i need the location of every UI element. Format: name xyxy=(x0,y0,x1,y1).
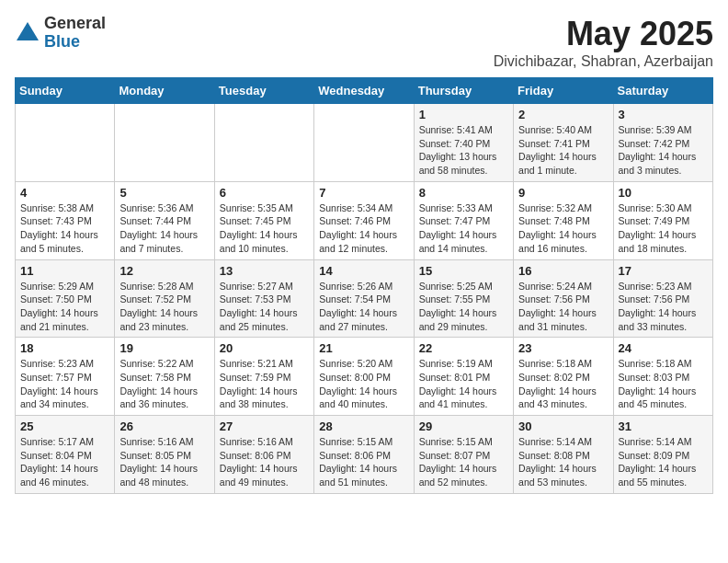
calendar-cell: 27Sunrise: 5:16 AMSunset: 8:06 PMDayligh… xyxy=(214,416,313,494)
day-number: 3 xyxy=(619,108,708,121)
day-info: Sunrise: 5:27 AMSunset: 7:53 PMDaylight:… xyxy=(220,280,309,334)
day-info: Sunrise: 5:23 AMSunset: 7:56 PMDaylight:… xyxy=(619,280,708,334)
calendar-cell: 14Sunrise: 5:26 AMSunset: 7:54 PMDayligh… xyxy=(314,259,414,338)
calendar-cell: 1Sunrise: 5:41 AMSunset: 7:40 PMDaylight… xyxy=(414,104,513,182)
day-number: 18 xyxy=(20,341,109,355)
weekday-header-monday: Monday xyxy=(115,78,214,104)
day-number: 8 xyxy=(419,186,508,200)
day-info: Sunrise: 5:35 AMSunset: 7:45 PMDaylight:… xyxy=(220,201,309,256)
weekday-header-wednesday: Wednesday xyxy=(314,78,414,104)
calendar-cell: 16Sunrise: 5:24 AMSunset: 7:56 PMDayligh… xyxy=(514,259,613,338)
calendar-cell: 29Sunrise: 5:15 AMSunset: 8:07 PMDayligh… xyxy=(414,416,513,494)
day-number: 10 xyxy=(619,186,708,200)
day-number: 9 xyxy=(518,186,608,200)
calendar-cell: 19Sunrise: 5:22 AMSunset: 7:58 PMDayligh… xyxy=(115,338,214,416)
day-number: 7 xyxy=(319,186,408,200)
day-number: 19 xyxy=(119,341,209,355)
day-info: Sunrise: 5:15 AMSunset: 8:07 PMDaylight:… xyxy=(419,435,508,489)
calendar-cell: 4Sunrise: 5:38 AMSunset: 7:43 PMDaylight… xyxy=(16,181,115,259)
calendar-week-row: 4Sunrise: 5:38 AMSunset: 7:43 PMDaylight… xyxy=(16,181,713,259)
calendar-cell: 22Sunrise: 5:19 AMSunset: 8:01 PMDayligh… xyxy=(414,338,513,416)
calendar-cell: 30Sunrise: 5:14 AMSunset: 8:08 PMDayligh… xyxy=(514,416,613,494)
day-info: Sunrise: 5:18 AMSunset: 8:02 PMDaylight:… xyxy=(518,357,608,411)
day-number: 17 xyxy=(619,264,708,278)
calendar-cell: 10Sunrise: 5:30 AMSunset: 7:49 PMDayligh… xyxy=(613,181,712,259)
day-info: Sunrise: 5:39 AMSunset: 7:42 PMDaylight:… xyxy=(619,123,708,178)
day-number: 22 xyxy=(419,341,508,355)
logo-blue-text: Blue xyxy=(44,33,106,52)
day-info: Sunrise: 5:21 AMSunset: 7:59 PMDaylight:… xyxy=(220,357,309,411)
calendar-cell: 25Sunrise: 5:17 AMSunset: 8:04 PMDayligh… xyxy=(16,416,115,494)
day-number: 25 xyxy=(20,419,109,433)
calendar-cell: 21Sunrise: 5:20 AMSunset: 8:00 PMDayligh… xyxy=(314,338,414,416)
calendar-cell xyxy=(16,104,115,182)
calendar-cell: 5Sunrise: 5:36 AMSunset: 7:44 PMDaylight… xyxy=(115,181,214,259)
day-info: Sunrise: 5:29 AMSunset: 7:50 PMDaylight:… xyxy=(20,280,109,334)
weekday-header-row: SundayMondayTuesdayWednesdayThursdayFrid… xyxy=(16,78,713,104)
day-info: Sunrise: 5:18 AMSunset: 8:03 PMDaylight:… xyxy=(619,357,708,411)
weekday-header-thursday: Thursday xyxy=(414,78,513,104)
day-info: Sunrise: 5:30 AMSunset: 7:49 PMDaylight:… xyxy=(619,201,708,256)
day-number: 12 xyxy=(119,264,209,278)
logo-general-text: General xyxy=(44,15,106,33)
calendar-cell xyxy=(214,104,313,182)
calendar-location: Divichibazar, Shabran, Azerbaijan xyxy=(494,53,713,70)
title-block: May 2025 Divichibazar, Shabran, Azerbaij… xyxy=(494,15,713,70)
day-info: Sunrise: 5:28 AMSunset: 7:52 PMDaylight:… xyxy=(119,280,209,334)
day-info: Sunrise: 5:19 AMSunset: 8:01 PMDaylight:… xyxy=(419,357,508,411)
calendar-cell: 6Sunrise: 5:35 AMSunset: 7:45 PMDaylight… xyxy=(214,181,313,259)
calendar-cell: 24Sunrise: 5:18 AMSunset: 8:03 PMDayligh… xyxy=(613,338,712,416)
day-info: Sunrise: 5:24 AMSunset: 7:56 PMDaylight:… xyxy=(518,280,608,334)
day-info: Sunrise: 5:41 AMSunset: 7:40 PMDaylight:… xyxy=(419,123,508,178)
day-info: Sunrise: 5:32 AMSunset: 7:48 PMDaylight:… xyxy=(518,201,608,256)
weekday-header-friday: Friday xyxy=(514,78,613,104)
day-number: 1 xyxy=(419,108,508,121)
day-number: 26 xyxy=(119,419,209,433)
day-number: 31 xyxy=(619,419,708,433)
day-number: 28 xyxy=(319,419,408,433)
calendar-week-row: 18Sunrise: 5:23 AMSunset: 7:57 PMDayligh… xyxy=(16,338,713,416)
logo-icon xyxy=(15,20,40,46)
day-number: 24 xyxy=(619,341,708,355)
weekday-header-tuesday: Tuesday xyxy=(214,78,313,104)
day-number: 2 xyxy=(518,108,608,121)
weekday-header-saturday: Saturday xyxy=(613,78,712,104)
calendar-cell: 9Sunrise: 5:32 AMSunset: 7:48 PMDaylight… xyxy=(514,181,613,259)
day-info: Sunrise: 5:25 AMSunset: 7:55 PMDaylight:… xyxy=(419,280,508,334)
day-number: 13 xyxy=(220,264,309,278)
day-info: Sunrise: 5:15 AMSunset: 8:06 PMDaylight:… xyxy=(319,435,408,489)
day-number: 4 xyxy=(20,186,109,200)
calendar-cell: 20Sunrise: 5:21 AMSunset: 7:59 PMDayligh… xyxy=(214,338,313,416)
calendar-cell: 7Sunrise: 5:34 AMSunset: 7:46 PMDaylight… xyxy=(314,181,414,259)
day-number: 23 xyxy=(518,341,608,355)
calendar-week-row: 1Sunrise: 5:41 AMSunset: 7:40 PMDaylight… xyxy=(16,104,713,182)
day-info: Sunrise: 5:34 AMSunset: 7:46 PMDaylight:… xyxy=(319,201,408,256)
day-number: 21 xyxy=(319,341,408,355)
day-info: Sunrise: 5:26 AMSunset: 7:54 PMDaylight:… xyxy=(319,280,408,334)
day-number: 11 xyxy=(20,264,109,278)
calendar-cell: 18Sunrise: 5:23 AMSunset: 7:57 PMDayligh… xyxy=(16,338,115,416)
day-info: Sunrise: 5:40 AMSunset: 7:41 PMDaylight:… xyxy=(518,123,608,178)
day-number: 20 xyxy=(220,341,309,355)
calendar-cell xyxy=(314,104,414,182)
day-info: Sunrise: 5:20 AMSunset: 8:00 PMDaylight:… xyxy=(319,357,408,411)
weekday-header-sunday: Sunday xyxy=(16,78,115,104)
svg-marker-0 xyxy=(17,22,39,40)
day-number: 6 xyxy=(220,186,309,200)
calendar-cell: 13Sunrise: 5:27 AMSunset: 7:53 PMDayligh… xyxy=(214,259,313,338)
calendar-cell xyxy=(115,104,214,182)
calendar-cell: 28Sunrise: 5:15 AMSunset: 8:06 PMDayligh… xyxy=(314,416,414,494)
day-number: 14 xyxy=(319,264,408,278)
calendar-cell: 12Sunrise: 5:28 AMSunset: 7:52 PMDayligh… xyxy=(115,259,214,338)
day-number: 15 xyxy=(419,264,508,278)
calendar-cell: 26Sunrise: 5:16 AMSunset: 8:05 PMDayligh… xyxy=(115,416,214,494)
calendar-cell: 2Sunrise: 5:40 AMSunset: 7:41 PMDaylight… xyxy=(514,104,613,182)
day-info: Sunrise: 5:38 AMSunset: 7:43 PMDaylight:… xyxy=(20,201,109,256)
calendar-cell: 11Sunrise: 5:29 AMSunset: 7:50 PMDayligh… xyxy=(16,259,115,338)
logo-text: General Blue xyxy=(44,15,106,52)
day-info: Sunrise: 5:22 AMSunset: 7:58 PMDaylight:… xyxy=(119,357,209,411)
day-number: 5 xyxy=(119,186,209,200)
calendar-cell: 31Sunrise: 5:14 AMSunset: 8:09 PMDayligh… xyxy=(613,416,712,494)
day-info: Sunrise: 5:23 AMSunset: 7:57 PMDaylight:… xyxy=(20,357,109,411)
day-info: Sunrise: 5:16 AMSunset: 8:06 PMDaylight:… xyxy=(220,435,309,489)
